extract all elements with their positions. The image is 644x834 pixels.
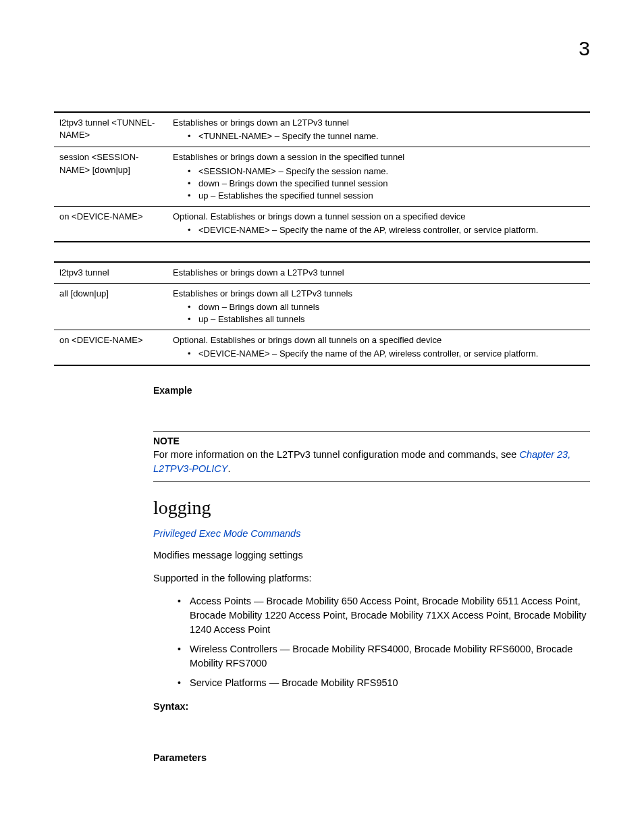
- section-subheading-link[interactable]: Privileged Exec Mode Commands: [153, 528, 590, 539]
- desc-cell: Establishes or brings down an L2TPv3 tun…: [169, 112, 590, 147]
- table-row: l2tpv3 tunnel <TUNNEL-NAME> Establishes …: [54, 112, 590, 147]
- note-label: NOTE: [153, 436, 590, 446]
- list-item: <DEVICE-NAME> – Specify the name of the …: [189, 224, 586, 236]
- table-row: on <DEVICE-NAME> Optional. Establishes o…: [54, 207, 590, 242]
- desc-intro: Establishes or brings down a session in …: [173, 151, 586, 163]
- desc-intro: Establishes or brings down an L2TPv3 tun…: [173, 117, 586, 129]
- list-item: down – Brings down the specified tunnel …: [189, 178, 586, 190]
- list-item: up – Establishes all tunnels: [189, 313, 586, 325]
- desc-cell: Optional. Establishes or brings down a t…: [169, 207, 590, 242]
- param-table-1: l2tpv3 tunnel <TUNNEL-NAME> Establishes …: [54, 111, 590, 242]
- divider: [153, 481, 590, 482]
- platform-list: Access Points — Brocade Mobility 650 Acc…: [153, 594, 590, 690]
- param-cell: l2tpv3 tunnel: [54, 262, 169, 284]
- desc-list: <SESSION-NAME> – Specify the session nam…: [173, 165, 586, 203]
- table-row: session <SESSION-NAME> [down|up] Establi…: [54, 147, 590, 207]
- desc-intro: Optional. Establishes or brings down all…: [173, 334, 586, 346]
- list-item: down – Brings down all tunnels: [189, 301, 586, 313]
- desc-intro: Establishes or brings down all L2TPv3 tu…: [173, 288, 586, 300]
- body-paragraph: Modifies message logging settings: [153, 548, 590, 562]
- param-table-2: l2tpv3 tunnel Establishes or brings down…: [54, 261, 590, 366]
- param-cell: on <DEVICE-NAME>: [54, 207, 169, 242]
- list-item: <SESSION-NAME> – Specify the session nam…: [189, 165, 586, 178]
- desc-list: <TUNNEL-NAME> – Specify the tunnel name.: [173, 130, 586, 142]
- list-item: Service Platforms — Brocade Mobility RFS…: [178, 676, 590, 690]
- desc-cell: Establishes or brings down a L2TPv3 tunn…: [169, 262, 590, 284]
- list-item: Access Points — Brocade Mobility 650 Acc…: [178, 594, 590, 637]
- desc-cell: Establishes or brings down all L2TPv3 tu…: [169, 283, 590, 330]
- list-item: up – Establishes the specified tunnel se…: [189, 190, 586, 202]
- table-row: on <DEVICE-NAME> Optional. Establishes o…: [54, 330, 590, 365]
- desc-list: <DEVICE-NAME> – Specify the name of the …: [173, 224, 586, 236]
- divider: [153, 431, 590, 432]
- param-cell: l2tpv3 tunnel <TUNNEL-NAME>: [54, 112, 169, 147]
- list-item: <DEVICE-NAME> – Specify the name of the …: [189, 348, 586, 360]
- syntax-label: Syntax:: [153, 701, 590, 712]
- page-number: 3: [579, 37, 590, 60]
- desc-list: down – Brings down all tunnels up – Esta…: [173, 301, 586, 325]
- table-row: all [down|up] Establishes or brings down…: [54, 283, 590, 330]
- list-item: Wireless Controllers — Brocade Mobility …: [178, 642, 590, 671]
- section-body: Example NOTE For more information on the…: [153, 385, 590, 764]
- note-text-before: For more information on the L2TPv3 tunne…: [153, 449, 519, 460]
- note-text: For more information on the L2TPv3 tunne…: [153, 448, 590, 476]
- param-cell: on <DEVICE-NAME>: [54, 330, 169, 365]
- section-heading: logging: [153, 497, 590, 519]
- param-cell: all [down|up]: [54, 283, 169, 330]
- desc-intro: Optional. Establishes or brings down a t…: [173, 211, 586, 223]
- table-row: l2tpv3 tunnel Establishes or brings down…: [54, 262, 590, 284]
- note-text-after: .: [227, 463, 230, 474]
- desc-cell: Establishes or brings down a session in …: [169, 147, 590, 207]
- example-label: Example: [153, 385, 590, 396]
- desc-cell: Optional. Establishes or brings down all…: [169, 330, 590, 365]
- parameters-label: Parameters: [153, 752, 590, 763]
- page-content: l2tpv3 tunnel <TUNNEL-NAME> Establishes …: [54, 111, 590, 773]
- body-paragraph: Supported in the following platforms:: [153, 571, 590, 585]
- list-item: <TUNNEL-NAME> – Specify the tunnel name.: [189, 130, 586, 142]
- desc-intro: Establishes or brings down a L2TPv3 tunn…: [173, 267, 586, 279]
- param-cell: session <SESSION-NAME> [down|up]: [54, 147, 169, 207]
- desc-list: <DEVICE-NAME> – Specify the name of the …: [173, 348, 586, 360]
